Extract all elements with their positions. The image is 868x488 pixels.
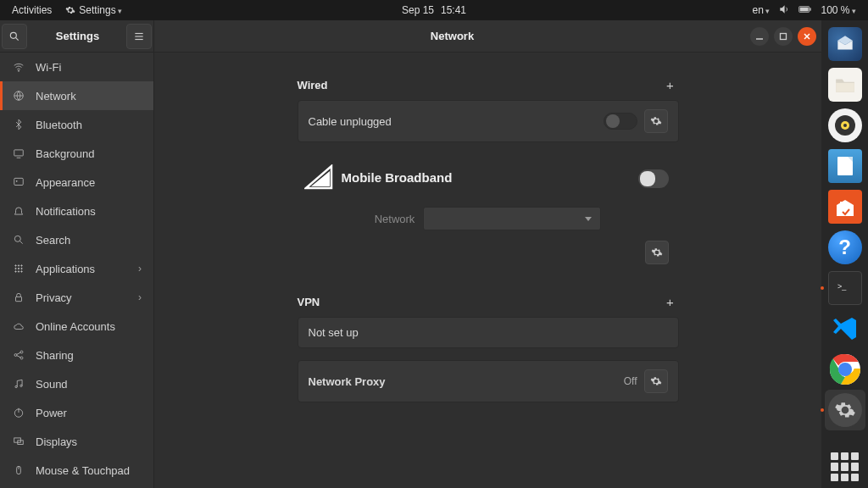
volume-icon[interactable]	[778, 3, 790, 18]
svg-point-20	[15, 265, 16, 266]
search-icon	[12, 234, 25, 246]
svg-point-24	[18, 268, 19, 269]
sidebar-item-wifi[interactable]: Wi-Fi	[0, 53, 153, 81]
sidebar-item-label: Bluetooth	[36, 119, 82, 131]
svg-point-22	[21, 265, 22, 266]
settings-menu[interactable]: Settings	[65, 4, 122, 16]
proxy-label: Network Proxy	[309, 375, 386, 388]
mb-network-label: Network	[375, 213, 415, 225]
mouse-icon	[12, 464, 25, 476]
svg-point-23	[15, 268, 16, 269]
svg-rect-16	[14, 178, 24, 185]
dock-files[interactable]	[825, 64, 865, 105]
sidebar-item-label: Wi-Fi	[36, 61, 61, 74]
svg-rect-14	[14, 150, 24, 156]
sidebar-item-online-accounts[interactable]: Online Accounts	[0, 312, 153, 341]
sidebar-item-sharing[interactable]: Sharing	[0, 341, 153, 369]
appearance-icon	[12, 176, 25, 188]
mb-network-select[interactable]	[423, 207, 601, 230]
proxy-settings-button[interactable]	[644, 369, 668, 393]
dock-help[interactable]: ?	[825, 227, 865, 268]
dock-settings[interactable]	[825, 390, 865, 430]
sidebar-item-mouse-touchpad[interactable]: Mouse & Touchpad	[0, 456, 153, 485]
sidebar-item-power[interactable]: Power	[0, 398, 153, 427]
add-vpn-button[interactable]: +	[662, 293, 679, 310]
dock-rhythmbox[interactable]	[825, 105, 865, 146]
svg-rect-49	[837, 157, 853, 175]
mobile-broadband-icon	[304, 164, 333, 190]
wifi-icon	[12, 61, 25, 73]
svg-point-12	[18, 70, 19, 71]
svg-line-33	[17, 352, 21, 354]
wired-section-header: Wired +	[298, 76, 679, 93]
svg-rect-53	[840, 202, 843, 207]
activities-button[interactable]: Activities	[12, 4, 52, 16]
sidebar-item-applications[interactable]: Applications›	[0, 254, 153, 283]
svg-point-35	[15, 385, 17, 387]
dock-terminal[interactable]: >_	[825, 268, 865, 308]
minimize-button[interactable]	[750, 27, 769, 46]
svg-line-19	[19, 241, 22, 243]
sidebar-item-sound[interactable]: Sound	[0, 369, 153, 398]
sidebar-item-background[interactable]: Background	[0, 139, 153, 168]
lock-icon	[12, 291, 25, 303]
background-icon	[12, 147, 25, 159]
input-language[interactable]: en	[753, 4, 771, 16]
bell-icon	[12, 205, 25, 217]
proxy-card[interactable]: Network Proxy Off	[298, 360, 679, 402]
svg-line-4	[15, 37, 18, 40]
svg-line-34	[17, 356, 21, 358]
svg-rect-2	[800, 8, 809, 12]
mobile-broadband-toggle[interactable]	[638, 169, 669, 188]
dock-chrome[interactable]	[825, 349, 865, 390]
sidebar-item-label: Online Accounts	[36, 320, 115, 333]
battery-icon	[798, 4, 812, 16]
search-button[interactable]	[2, 24, 27, 49]
chevron-right-icon: ›	[138, 263, 142, 274]
titlebar: Settings Network	[0, 20, 821, 53]
dock-thunderbird[interactable]	[825, 24, 865, 64]
sidebar-item-label: Search	[36, 234, 70, 247]
music-icon	[12, 378, 25, 390]
wired-settings-button[interactable]	[644, 109, 668, 133]
battery-percent[interactable]: 100 %	[821, 4, 856, 16]
svg-point-28	[21, 271, 22, 272]
wired-heading: Wired	[298, 79, 328, 92]
close-button[interactable]	[798, 27, 816, 46]
sidebar-item-label: Power	[36, 407, 67, 419]
sidebar-item-notifications[interactable]: Notifications	[0, 197, 153, 225]
svg-point-17	[16, 180, 18, 182]
sidebar-item-search[interactable]: Search	[0, 225, 153, 254]
wired-toggle[interactable]	[604, 113, 637, 130]
sidebar-item-privacy[interactable]: Privacy›	[0, 283, 153, 312]
sidebar-item-label: Mouse & Touchpad	[36, 464, 130, 477]
network-icon	[12, 90, 25, 102]
displays-icon	[12, 435, 25, 447]
hamburger-button[interactable]	[126, 24, 152, 49]
svg-point-31	[20, 351, 23, 353]
settings-window: Settings Network Wi-Fi Network Bluetooth…	[0, 20, 821, 488]
sidebar-item-displays[interactable]: Displays	[0, 427, 153, 456]
sidebar-item-label: Background	[36, 147, 94, 160]
dock-libreoffice[interactable]	[825, 146, 865, 186]
add-wired-button[interactable]: +	[662, 76, 679, 93]
dock-vscode[interactable]	[825, 308, 865, 349]
show-applications-button[interactable]	[831, 452, 860, 481]
svg-point-25	[21, 268, 22, 269]
clock[interactable]: Sep 1515:41	[402, 4, 466, 16]
maximize-button[interactable]	[774, 27, 793, 46]
content-area: Wired + Cable unplugged	[154, 53, 821, 488]
vpn-status: Not set up	[309, 326, 359, 339]
dock-software[interactable]	[825, 186, 865, 227]
sidebar-item-label: Applications	[36, 263, 95, 275]
sidebar-item-appearance[interactable]: Appearance	[0, 168, 153, 197]
mobile-broadband-section: Mobile Broadband Network	[298, 164, 679, 264]
cloud-icon	[12, 320, 25, 332]
mb-settings-button[interactable]	[645, 241, 669, 264]
svg-point-48	[843, 124, 847, 127]
svg-point-30	[14, 354, 17, 357]
top-panel: Activities Settings Sep 1515:41 en 100 %	[0, 0, 868, 20]
sidebar-item-bluetooth[interactable]: Bluetooth	[0, 110, 153, 139]
svg-text:>_: >_	[837, 282, 847, 291]
sidebar-item-network[interactable]: Network	[0, 81, 153, 110]
